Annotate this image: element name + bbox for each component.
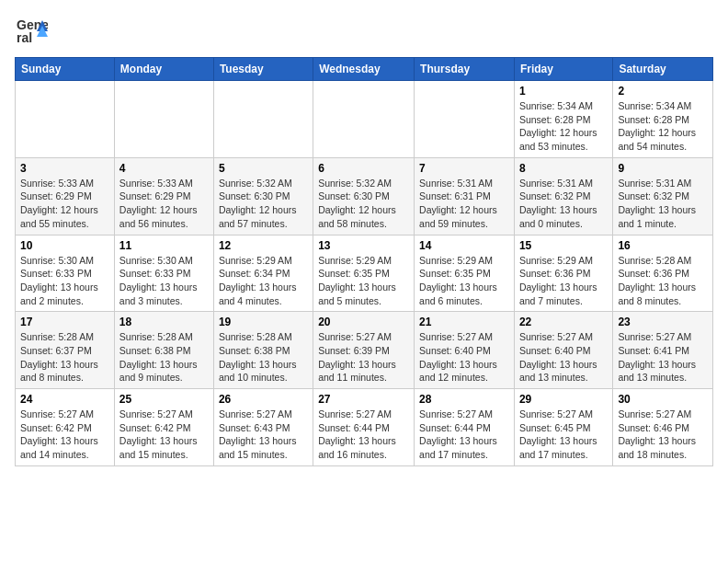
day-cell: 25Sunrise: 5:27 AM Sunset: 6:42 PM Dayli… <box>114 389 213 466</box>
day-cell: 30Sunrise: 5:27 AM Sunset: 6:46 PM Dayli… <box>613 389 713 466</box>
day-cell: 12Sunrise: 5:29 AM Sunset: 6:34 PM Dayli… <box>213 235 313 312</box>
day-number: 13 <box>318 239 409 252</box>
day-cell: 4Sunrise: 5:33 AM Sunset: 6:29 PM Daylig… <box>114 157 213 235</box>
day-number: 11 <box>119 239 209 252</box>
day-info: Sunrise: 5:27 AM Sunset: 6:43 PM Dayligh… <box>219 408 308 462</box>
day-number: 16 <box>618 239 708 252</box>
day-cell: 10Sunrise: 5:30 AM Sunset: 6:33 PM Dayli… <box>16 235 115 312</box>
calendar-table: SundayMondayTuesdayWednesdayThursdayFrid… <box>15 57 713 466</box>
day-number: 9 <box>618 162 708 175</box>
week-row-2: 3Sunrise: 5:33 AM Sunset: 6:29 PM Daylig… <box>16 157 713 235</box>
day-number: 28 <box>419 393 509 406</box>
day-info: Sunrise: 5:29 AM Sunset: 6:34 PM Dayligh… <box>219 254 308 308</box>
day-info: Sunrise: 5:27 AM Sunset: 6:42 PM Dayligh… <box>119 408 209 462</box>
weekday-header-row: SundayMondayTuesdayWednesdayThursdayFrid… <box>16 58 713 81</box>
day-info: Sunrise: 5:27 AM Sunset: 6:40 PM Dayligh… <box>519 330 608 385</box>
day-info: Sunrise: 5:28 AM Sunset: 6:38 PM Dayligh… <box>219 330 308 385</box>
day-number: 4 <box>119 162 209 175</box>
day-info: Sunrise: 5:34 AM Sunset: 6:28 PM Dayligh… <box>519 99 608 154</box>
day-info: Sunrise: 5:29 AM Sunset: 6:35 PM Dayligh… <box>318 254 409 308</box>
day-info: Sunrise: 5:28 AM Sunset: 6:38 PM Dayligh… <box>119 330 209 385</box>
day-info: Sunrise: 5:27 AM Sunset: 6:46 PM Dayligh… <box>618 408 708 462</box>
day-cell: 1Sunrise: 5:34 AM Sunset: 6:28 PM Daylig… <box>514 81 612 158</box>
day-number: 24 <box>20 393 109 406</box>
day-cell: 26Sunrise: 5:27 AM Sunset: 6:43 PM Dayli… <box>213 389 313 466</box>
day-cell: 29Sunrise: 5:27 AM Sunset: 6:45 PM Dayli… <box>514 389 612 466</box>
day-info: Sunrise: 5:31 AM Sunset: 6:32 PM Dayligh… <box>519 177 608 231</box>
day-info: Sunrise: 5:27 AM Sunset: 6:39 PM Dayligh… <box>318 330 409 385</box>
day-cell: 8Sunrise: 5:31 AM Sunset: 6:32 PM Daylig… <box>514 157 612 235</box>
day-number: 17 <box>20 316 109 328</box>
day-number: 8 <box>519 162 608 175</box>
day-number: 14 <box>419 239 509 252</box>
day-info: Sunrise: 5:27 AM Sunset: 6:41 PM Dayligh… <box>618 330 708 385</box>
day-info: Sunrise: 5:28 AM Sunset: 6:37 PM Dayligh… <box>20 330 109 385</box>
day-number: 19 <box>219 316 308 328</box>
day-number: 12 <box>219 239 308 252</box>
day-info: Sunrise: 5:27 AM Sunset: 6:42 PM Dayligh… <box>20 408 109 462</box>
day-cell: 2Sunrise: 5:34 AM Sunset: 6:28 PM Daylig… <box>613 81 713 158</box>
day-number: 25 <box>119 393 209 406</box>
day-cell: 17Sunrise: 5:28 AM Sunset: 6:37 PM Dayli… <box>16 312 115 389</box>
day-info: Sunrise: 5:27 AM Sunset: 6:44 PM Dayligh… <box>318 408 409 462</box>
day-number: 7 <box>419 162 509 175</box>
day-cell <box>415 81 515 158</box>
day-number: 5 <box>219 162 308 175</box>
day-number: 20 <box>318 316 409 328</box>
week-row-5: 24Sunrise: 5:27 AM Sunset: 6:42 PM Dayli… <box>16 389 713 466</box>
day-cell: 11Sunrise: 5:30 AM Sunset: 6:33 PM Dayli… <box>114 235 213 312</box>
day-cell: 24Sunrise: 5:27 AM Sunset: 6:42 PM Dayli… <box>16 389 115 466</box>
day-cell: 23Sunrise: 5:27 AM Sunset: 6:41 PM Dayli… <box>613 312 713 389</box>
day-info: Sunrise: 5:29 AM Sunset: 6:35 PM Dayligh… <box>419 254 509 308</box>
day-cell: 28Sunrise: 5:27 AM Sunset: 6:44 PM Dayli… <box>415 389 515 466</box>
weekday-header-friday: Friday <box>514 58 612 81</box>
weekday-header-monday: Monday <box>114 58 213 81</box>
day-info: Sunrise: 5:30 AM Sunset: 6:33 PM Dayligh… <box>20 254 109 308</box>
day-cell: 16Sunrise: 5:28 AM Sunset: 6:36 PM Dayli… <box>613 235 713 312</box>
day-number: 27 <box>318 393 409 406</box>
day-info: Sunrise: 5:28 AM Sunset: 6:36 PM Dayligh… <box>618 254 708 308</box>
day-info: Sunrise: 5:32 AM Sunset: 6:30 PM Dayligh… <box>219 177 308 231</box>
day-cell: 20Sunrise: 5:27 AM Sunset: 6:39 PM Dayli… <box>313 312 415 389</box>
day-number: 10 <box>20 239 109 252</box>
day-cell <box>114 81 213 158</box>
day-info: Sunrise: 5:32 AM Sunset: 6:30 PM Dayligh… <box>318 177 409 231</box>
day-info: Sunrise: 5:34 AM Sunset: 6:28 PM Dayligh… <box>618 99 708 154</box>
day-number: 21 <box>419 316 509 328</box>
day-cell: 19Sunrise: 5:28 AM Sunset: 6:38 PM Dayli… <box>213 312 313 389</box>
day-number: 6 <box>318 162 409 175</box>
day-cell: 7Sunrise: 5:31 AM Sunset: 6:31 PM Daylig… <box>415 157 515 235</box>
day-info: Sunrise: 5:31 AM Sunset: 6:31 PM Dayligh… <box>419 177 509 231</box>
weekday-header-wednesday: Wednesday <box>313 58 415 81</box>
weekday-header-tuesday: Tuesday <box>213 58 313 81</box>
day-cell <box>313 81 415 158</box>
day-cell: 3Sunrise: 5:33 AM Sunset: 6:29 PM Daylig… <box>16 157 115 235</box>
weekday-header-sunday: Sunday <box>16 58 115 81</box>
day-number: 1 <box>519 85 608 98</box>
day-info: Sunrise: 5:27 AM Sunset: 6:40 PM Dayligh… <box>419 330 509 385</box>
page-header: Gene ral <box>15 15 713 48</box>
day-number: 22 <box>519 316 608 328</box>
day-cell: 18Sunrise: 5:28 AM Sunset: 6:38 PM Dayli… <box>114 312 213 389</box>
day-number: 23 <box>618 316 708 328</box>
day-cell: 5Sunrise: 5:32 AM Sunset: 6:30 PM Daylig… <box>213 157 313 235</box>
day-cell: 6Sunrise: 5:32 AM Sunset: 6:30 PM Daylig… <box>313 157 415 235</box>
day-number: 30 <box>618 393 708 406</box>
day-cell: 9Sunrise: 5:31 AM Sunset: 6:32 PM Daylig… <box>613 157 713 235</box>
day-cell: 14Sunrise: 5:29 AM Sunset: 6:35 PM Dayli… <box>415 235 515 312</box>
week-row-3: 10Sunrise: 5:30 AM Sunset: 6:33 PM Dayli… <box>16 235 713 312</box>
svg-text:ral: ral <box>17 30 32 45</box>
day-cell: 13Sunrise: 5:29 AM Sunset: 6:35 PM Dayli… <box>313 235 415 312</box>
week-row-1: 1Sunrise: 5:34 AM Sunset: 6:28 PM Daylig… <box>16 81 713 158</box>
day-cell: 22Sunrise: 5:27 AM Sunset: 6:40 PM Dayli… <box>514 312 612 389</box>
day-cell <box>213 81 313 158</box>
day-number: 2 <box>618 85 708 98</box>
day-number: 26 <box>219 393 308 406</box>
day-number: 18 <box>119 316 209 328</box>
day-number: 29 <box>519 393 608 406</box>
day-cell: 21Sunrise: 5:27 AM Sunset: 6:40 PM Dayli… <box>415 312 515 389</box>
day-cell: 27Sunrise: 5:27 AM Sunset: 6:44 PM Dayli… <box>313 389 415 466</box>
day-info: Sunrise: 5:30 AM Sunset: 6:33 PM Dayligh… <box>119 254 209 308</box>
day-info: Sunrise: 5:29 AM Sunset: 6:36 PM Dayligh… <box>519 254 608 308</box>
day-cell <box>16 81 115 158</box>
